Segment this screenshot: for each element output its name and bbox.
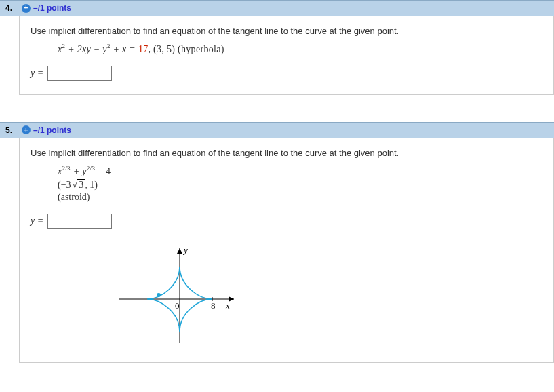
eq-mid2: + x = [111, 44, 138, 54]
equation: x2 + 2xy − y2 + x = 17, (3, 5) (hyperbol… [58, 43, 542, 55]
svg-text:y: y [182, 245, 188, 255]
answer-input[interactable] [47, 214, 112, 229]
eq-plus: + y [71, 165, 87, 176]
question-header: 4. + –/1 points [0, 0, 554, 16]
answer-row: y = [31, 214, 542, 229]
question-body: Use implicit differentiation to find an … [19, 16, 554, 95]
eq-point: , (3, 5) [149, 44, 178, 54]
question-number: 4. [5, 3, 16, 13]
answer-label: y = [31, 68, 43, 79]
astroid-chart: 8 0 x y [112, 238, 542, 349]
point-row: (−33, 1) [58, 179, 542, 191]
equation: x2/3 + y2/3 = 4 [58, 165, 542, 177]
eq-expa: 2/3 [62, 165, 71, 172]
pt-left: (−3 [58, 180, 71, 190]
points-label: –/1 points [33, 125, 71, 135]
svg-point-9 [157, 293, 161, 297]
pt-right: , 1) [85, 180, 98, 190]
eq-highlight: 17 [138, 44, 149, 54]
eq-mid1: + 2xy − y [65, 44, 107, 54]
question-4: 4. + –/1 points Use implicit differentia… [0, 0, 554, 95]
curve-type: (astroid) [58, 192, 542, 203]
astroid-svg: 8 0 x y [112, 238, 248, 347]
points-label: –/1 points [33, 3, 71, 13]
question-number: 5. [5, 125, 16, 135]
eq-expb: 2/3 [87, 165, 95, 172]
svg-text:x: x [225, 300, 230, 311]
svg-marker-3 [177, 248, 182, 254]
question-body: Use implicit differentiation to find an … [19, 138, 554, 364]
svg-text:0: 0 [175, 300, 180, 311]
answer-input[interactable] [47, 66, 112, 81]
expand-icon[interactable]: + [22, 4, 31, 13]
question-5: 5. + –/1 points Use implicit differentia… [0, 122, 554, 364]
instruction-text: Use implicit differentiation to find an … [31, 26, 542, 36]
answer-row: y = [31, 66, 542, 81]
eq-eq: = 4 [95, 165, 111, 176]
sqrt-icon: 3 [71, 179, 85, 191]
eq-type: (hyperbola) [178, 44, 224, 54]
question-header: 5. + –/1 points [0, 122, 554, 138]
pt-sqrt: 3 [77, 179, 85, 191]
expand-icon[interactable]: + [22, 125, 31, 134]
answer-label: y = [31, 216, 43, 227]
svg-text:8: 8 [211, 300, 216, 311]
instruction-text: Use implicit differentiation to find an … [31, 148, 542, 158]
